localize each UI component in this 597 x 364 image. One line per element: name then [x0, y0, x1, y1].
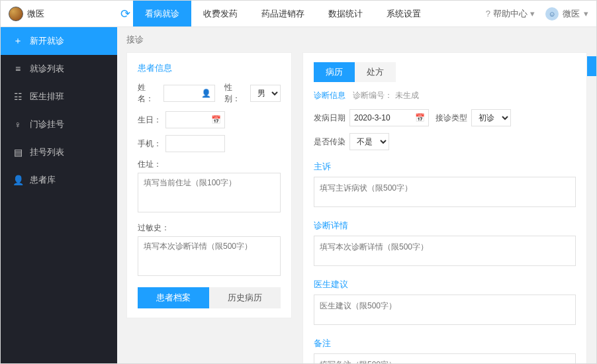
- calendar-icon: ☷: [13, 91, 23, 102]
- remark-textarea[interactable]: [314, 353, 576, 363]
- top-nav: 看病就诊 收费发药 药品进销存 数据统计 系统设置: [133, 1, 433, 26]
- header: 微医 ⟳ 看病就诊 收费发药 药品进销存 数据统计 系统设置 ? 帮助中心 ▾ …: [1, 1, 596, 27]
- row-phone: 手机：: [138, 135, 281, 152]
- diag-no-label: 诊断编号：: [353, 91, 392, 100]
- name-input[interactable]: [163, 85, 215, 102]
- logo-area: 微医: [9, 7, 117, 21]
- help-icon: ?: [486, 9, 490, 19]
- infectious-group: 是否传染 不是: [314, 133, 389, 150]
- user-icon: 👤: [13, 175, 23, 185]
- visit-type-group: 接诊类型 初诊: [436, 109, 511, 126]
- record-panel: 病历 处方 诊断信息 诊断编号： 未生成 发病日期 📅: [302, 52, 587, 363]
- side-drawer-handle[interactable]: [587, 56, 596, 76]
- nav-settings[interactable]: 系统设置: [375, 1, 433, 26]
- breadcrumb: 接诊: [117, 27, 596, 52]
- chevron-down-icon: ▾: [584, 9, 588, 19]
- sidebar-item-register-list[interactable]: ▤ 挂号列表: [1, 138, 117, 166]
- nav-consult[interactable]: 看病就诊: [133, 1, 191, 26]
- sidebar-item-new-visit[interactable]: ＋ 新开就诊: [1, 27, 117, 55]
- nav-stock[interactable]: 药品进销存: [250, 1, 316, 26]
- onset-date-input[interactable]: [349, 109, 429, 126]
- sidebar: ＋ 新开就诊 ≡ 就诊列表 ☷ 医生排班 ♀ 门诊挂号 ▤ 挂号列表 👤 患者库: [1, 27, 117, 363]
- address-textarea[interactable]: [138, 173, 281, 212]
- avatar-icon: ☺: [545, 7, 559, 21]
- visit-type-label: 接诊类型: [436, 113, 467, 124]
- detail-textarea[interactable]: [314, 236, 576, 266]
- header-right: ? 帮助中心 ▾ ☺ 微医 ▾: [486, 7, 588, 21]
- sidebar-item-label: 门诊挂号: [30, 118, 64, 130]
- birthday-input[interactable]: [165, 111, 225, 128]
- onset-input-wrap: 📅: [349, 109, 429, 126]
- gender-label: 性别：: [224, 82, 246, 105]
- advice-title: 医生建议: [314, 279, 576, 291]
- onset-label: 发病日期: [314, 113, 345, 124]
- remark-title: 备注: [314, 338, 576, 349]
- detail-title: 诊断详情: [314, 220, 576, 232]
- nav-charge[interactable]: 收费发药: [191, 1, 250, 26]
- tab-prescription[interactable]: 处方: [355, 62, 396, 82]
- history-record-button[interactable]: 历史病历: [209, 287, 281, 308]
- sidebar-item-label: 新开就诊: [30, 35, 64, 47]
- birthday-input-wrap: 📅: [165, 111, 225, 128]
- user-menu[interactable]: ☺ 微医 ▾: [545, 7, 588, 21]
- gender-select[interactable]: 男: [250, 85, 281, 102]
- chief-textarea[interactable]: [314, 177, 576, 207]
- diag-no-value: 未生成: [395, 91, 419, 100]
- patient-file-button[interactable]: 患者档案: [138, 287, 209, 308]
- patient-buttons: 患者档案 历史病历: [138, 287, 281, 308]
- record-tabs: 病历 处方: [314, 62, 576, 82]
- sidebar-item-label: 就诊列表: [30, 63, 64, 75]
- help-label: 帮助中心: [493, 8, 528, 20]
- phone-label: 手机：: [138, 138, 161, 150]
- chief-title: 主诉: [314, 161, 576, 173]
- nav-stats[interactable]: 数据统计: [316, 1, 375, 26]
- main: 接诊 患者信息 姓名： 👤 性别： 男: [117, 27, 596, 363]
- sidebar-item-visit-list[interactable]: ≡ 就诊列表: [1, 55, 117, 83]
- allergy-textarea[interactable]: [138, 236, 281, 276]
- address-label: 住址：: [138, 159, 281, 170]
- diag-info-label: 诊断信息: [314, 91, 345, 100]
- row-birthday: 生日： 📅: [138, 111, 281, 128]
- infectious-label: 是否传染: [314, 136, 345, 148]
- visit-meta-row: 发病日期 📅 接诊类型 初诊: [314, 109, 576, 150]
- onset-group: 发病日期 📅: [314, 109, 429, 126]
- logo-icon: [9, 7, 23, 21]
- name-label: 姓名：: [138, 82, 160, 105]
- sidebar-item-patients[interactable]: 👤 患者库: [1, 166, 117, 194]
- row-name-gender: 姓名： 👤 性别： 男: [138, 82, 281, 105]
- block-allergy: 过敏史：: [138, 222, 281, 278]
- chevron-down-icon: ▾: [530, 9, 535, 19]
- exit-icon[interactable]: ⟳: [117, 7, 133, 21]
- tab-medical-record[interactable]: 病历: [314, 62, 355, 82]
- panels: 患者信息 姓名： 👤 性别： 男 生日：: [117, 52, 596, 363]
- name-input-wrap: 👤: [163, 85, 215, 102]
- diag-info-line: 诊断信息 诊断编号： 未生成: [314, 90, 576, 101]
- block-address: 住址：: [138, 159, 281, 214]
- infectious-select[interactable]: 不是: [349, 133, 389, 150]
- user-name: 微医: [563, 8, 580, 20]
- stethoscope-icon: ♀: [13, 119, 23, 130]
- sidebar-item-schedule[interactable]: ☷ 医生排班: [1, 83, 117, 111]
- birthday-label: 生日：: [138, 114, 161, 126]
- app-root: 微医 ⟳ 看病就诊 收费发药 药品进销存 数据统计 系统设置 ? 帮助中心 ▾ …: [0, 0, 597, 364]
- plus-icon: ＋: [13, 35, 23, 47]
- body: ＋ 新开就诊 ≡ 就诊列表 ☷ 医生排班 ♀ 门诊挂号 ▤ 挂号列表 👤 患者库: [1, 27, 596, 363]
- help-center[interactable]: ? 帮助中心 ▾: [486, 8, 535, 20]
- list2-icon: ▤: [13, 147, 23, 158]
- sidebar-item-label: 挂号列表: [30, 146, 64, 158]
- phone-input[interactable]: [165, 135, 225, 152]
- visit-type-select[interactable]: 初诊: [471, 109, 511, 126]
- sidebar-item-register[interactable]: ♀ 门诊挂号: [1, 111, 117, 138]
- patient-panel: 患者信息 姓名： 👤 性别： 男 生日：: [126, 52, 292, 318]
- list-icon: ≡: [13, 64, 23, 74]
- advice-textarea[interactable]: [314, 295, 576, 325]
- allergy-label: 过敏史：: [138, 222, 281, 234]
- sidebar-item-label: 患者库: [30, 174, 56, 186]
- sidebar-item-label: 医生排班: [30, 91, 64, 103]
- patient-section-title: 患者信息: [138, 62, 281, 74]
- brand-name: 微医: [27, 8, 44, 20]
